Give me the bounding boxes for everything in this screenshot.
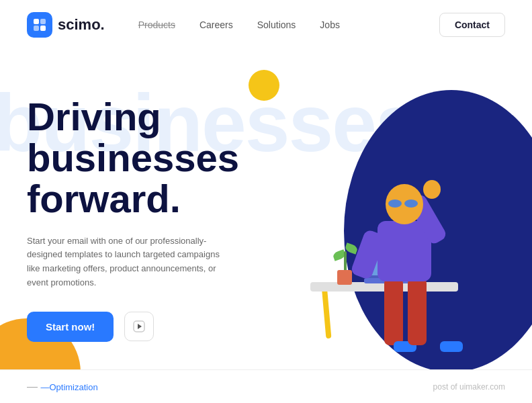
hero-section: businesses Driving businesses forward. S… [0,50,532,399]
leg-right [408,278,427,345]
play-button[interactable] [124,312,154,341]
navbar: scimo. Products Careers Solutions Jobs C… [0,0,532,50]
nav-link-solutions[interactable]: Solutions [257,19,296,30]
play-icon [133,320,145,332]
desk-leg-left [322,285,332,339]
nav-links: Products Careers Solutions Jobs [138,19,439,30]
start-now-button[interactable]: Start now! [27,312,114,342]
plant-stem [344,251,347,271]
logo-icon [27,12,52,38]
glasses [388,199,420,208]
contact-button[interactable]: Contact [439,13,505,37]
svg-rect-2 [34,26,39,31]
hero-actions: Start now! [27,312,239,342]
glass-left [388,199,402,208]
nav-link-careers[interactable]: Careers [200,19,233,30]
glass-right [404,199,418,208]
nav-link-products[interactable]: Products [138,19,175,30]
plant-pot [337,270,352,285]
hero-subtitle: Start your email with one of our profess… [27,234,222,290]
shoe-right [440,341,463,352]
hand-right [423,180,441,199]
svg-marker-5 [138,324,142,329]
optimization-link[interactable]: — —Optimization [27,381,98,393]
svg-rect-0 [34,19,39,24]
credit-text: post of uimaker.com [433,382,505,392]
bottom-bar: — —Optimization post of uimaker.com [0,369,532,403]
nav-link-jobs[interactable]: Jobs [320,19,340,30]
logo-text: scimo. [58,16,105,34]
yellow-sun-decoration [249,70,279,101]
hero-title: Driving businesses forward. [27,97,239,220]
character-illustration [290,83,492,352]
leg-left [384,278,403,345]
svg-rect-1 [40,19,46,24]
svg-rect-3 [40,26,46,31]
hero-content: Driving businesses forward. Start your e… [27,97,239,342]
